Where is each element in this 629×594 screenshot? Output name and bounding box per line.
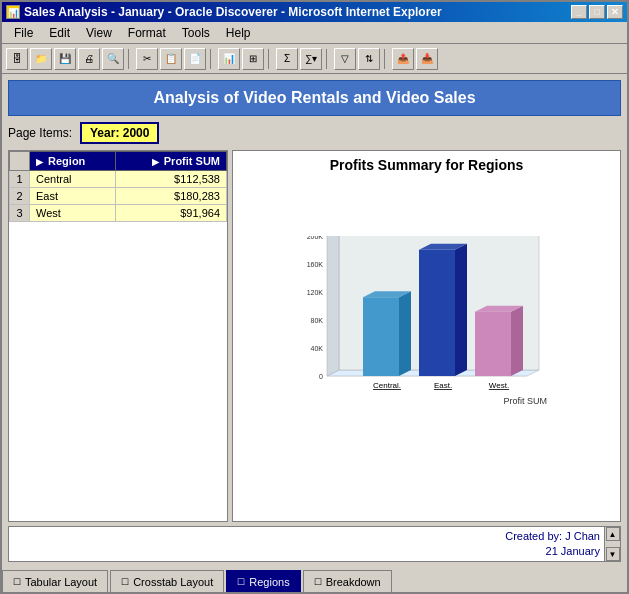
svg-text:40K: 40K: [310, 345, 323, 352]
toolbar-chart-btn[interactable]: 📊: [218, 48, 240, 70]
menu-tools[interactable]: Tools: [174, 24, 218, 42]
profit-sort-icon: ▶: [152, 157, 159, 167]
table-row: 3 West $91,964: [10, 205, 227, 222]
window-title: Sales Analysis - January - Oracle Discov…: [24, 5, 442, 19]
svg-text:East.: East.: [433, 381, 451, 390]
row-number: 1: [10, 171, 30, 188]
tab-label: Tabular Layout: [25, 576, 97, 588]
profit-header: ▶ Profit SUM: [115, 152, 227, 171]
tab-regions[interactable]: ☐Regions: [226, 570, 300, 592]
tab-icon: ☐: [237, 577, 245, 587]
close-button[interactable]: ✕: [607, 5, 623, 19]
table-row: 2 East $180,283: [10, 188, 227, 205]
menu-help[interactable]: Help: [218, 24, 259, 42]
menu-file[interactable]: File: [6, 24, 41, 42]
toolbar-open-btn[interactable]: 🗄: [6, 48, 28, 70]
menu-format[interactable]: Format: [120, 24, 174, 42]
svg-marker-19: [455, 244, 467, 376]
report-header: Analysis of Video Rentals and Video Sale…: [8, 80, 621, 116]
scroll-up-arrow[interactable]: ▲: [606, 527, 620, 541]
svg-text:West.: West.: [488, 381, 508, 390]
footer-line2: 21 January: [505, 544, 600, 559]
footer-text: Created by: J Chan 21 January: [505, 529, 600, 560]
toolbar-export-btn[interactable]: 📤: [392, 48, 414, 70]
toolbar-sep-4: [326, 49, 330, 69]
toolbar-sep-1: [128, 49, 132, 69]
table-panel: ▶ Region ▶ Profit SUM 1 Central $112,538: [8, 150, 228, 522]
title-bar-buttons: _ □ ✕: [571, 5, 623, 19]
toolbar-copy-btn[interactable]: 📋: [160, 48, 182, 70]
page-items-label: Page Items:: [8, 126, 72, 140]
toolbar-search-btn[interactable]: 🔍: [102, 48, 124, 70]
tab-crosstab-layout[interactable]: ☐Crosstab Layout: [110, 570, 224, 592]
svg-text:200K: 200K: [306, 236, 323, 240]
tab-breakdown[interactable]: ☐Breakdown: [303, 570, 392, 592]
footer-scrollbar[interactable]: ▲ ▼: [604, 527, 620, 561]
maximize-button[interactable]: □: [589, 5, 605, 19]
toolbar-sep-2: [210, 49, 214, 69]
svg-text:Central.: Central.: [372, 381, 400, 390]
toolbar-cut-btn[interactable]: ✂: [136, 48, 158, 70]
tab-icon: ☐: [13, 577, 21, 587]
toolbar-sort-btn[interactable]: ⇅: [358, 48, 380, 70]
row-num-header: [10, 152, 30, 171]
year-badge[interactable]: Year: 2000: [80, 122, 159, 144]
svg-text:120K: 120K: [306, 289, 323, 296]
menu-view[interactable]: View: [78, 24, 120, 42]
svg-rect-21: [419, 250, 455, 376]
chart-svg-container: 040K80K120K160K200KCentral.East.West.Pro…: [239, 177, 614, 515]
svg-marker-23: [511, 306, 523, 376]
row-number: 3: [10, 205, 30, 222]
scroll-down-arrow[interactable]: ▼: [606, 547, 620, 561]
profit-cell: $91,964: [115, 205, 227, 222]
menu-edit[interactable]: Edit: [41, 24, 78, 42]
tab-icon: ☐: [121, 577, 129, 587]
row-number: 2: [10, 188, 30, 205]
toolbar-folder-btn[interactable]: 📁: [30, 48, 52, 70]
toolbar-save-btn[interactable]: 💾: [54, 48, 76, 70]
svg-text:0: 0: [319, 373, 323, 380]
svg-text:80K: 80K: [310, 317, 323, 324]
profit-cell: $180,283: [115, 188, 227, 205]
toolbar-calc-btn[interactable]: ∑▾: [300, 48, 322, 70]
page-items-row: Page Items: Year: 2000: [8, 120, 621, 146]
profit-cell: $112,538: [115, 171, 227, 188]
tab-label: Crosstab Layout: [133, 576, 213, 588]
bar-chart-svg: 040K80K120K160K200KCentral.East.West.Pro…: [287, 236, 567, 456]
svg-text:Profit SUM: Profit SUM: [503, 396, 547, 406]
data-table: ▶ Region ▶ Profit SUM 1 Central $112,538: [9, 151, 227, 222]
region-header: ▶ Region: [30, 152, 116, 171]
main-split: ▶ Region ▶ Profit SUM 1 Central $112,538: [8, 150, 621, 522]
toolbar: 🗄 📁 💾 🖨 🔍 ✂ 📋 📄 📊 ⊞ Σ ∑▾ ▽ ⇅ 📤 📥: [2, 44, 627, 74]
footer-bar: Created by: J Chan 21 January ▲ ▼: [8, 526, 621, 562]
svg-rect-17: [363, 297, 399, 376]
minimize-button[interactable]: _: [571, 5, 587, 19]
svg-text:160K: 160K: [306, 261, 323, 268]
region-cell: Central: [30, 171, 116, 188]
toolbar-sep-5: [384, 49, 388, 69]
toolbar-table-btn[interactable]: ⊞: [242, 48, 264, 70]
year-value: Year: 2000: [90, 126, 149, 140]
tabs-row: ☐Tabular Layout☐Crosstab Layout☐Regions☐…: [2, 568, 627, 592]
report-title: Analysis of Video Rentals and Video Sale…: [153, 89, 475, 106]
tab-label: Breakdown: [326, 576, 381, 588]
chart-area: 040K80K120K160K200KCentral.East.West.Pro…: [239, 177, 614, 515]
toolbar-sum-btn[interactable]: Σ: [276, 48, 298, 70]
table-row: 1 Central $112,538: [10, 171, 227, 188]
svg-marker-15: [399, 291, 411, 376]
chart-panel: Profits Summary for Regions 040K80K120K1…: [232, 150, 621, 522]
tab-label: Regions: [249, 576, 289, 588]
svg-marker-14: [327, 236, 339, 376]
tab-tabular-layout[interactable]: ☐Tabular Layout: [2, 570, 108, 592]
menu-bar: File Edit View Format Tools Help: [2, 22, 627, 44]
toolbar-sep-3: [268, 49, 272, 69]
tab-icon: ☐: [314, 577, 322, 587]
toolbar-filter-btn[interactable]: ▽: [334, 48, 356, 70]
footer-line1: Created by: J Chan: [505, 529, 600, 544]
region-cell: West: [30, 205, 116, 222]
toolbar-import-btn[interactable]: 📥: [416, 48, 438, 70]
toolbar-print-btn[interactable]: 🖨: [78, 48, 100, 70]
svg-rect-25: [475, 312, 511, 376]
toolbar-paste-btn[interactable]: 📄: [184, 48, 206, 70]
app-icon: 📊: [6, 5, 20, 19]
